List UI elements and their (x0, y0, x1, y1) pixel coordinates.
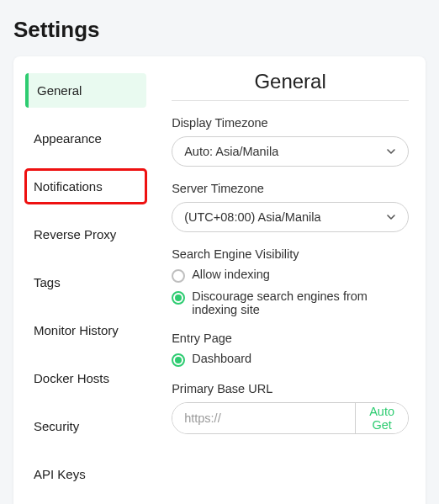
search-visibility-block: Search Engine Visibility Allow indexing … (172, 247, 409, 316)
display-timezone-value: Auto: Asia/Manila (184, 145, 278, 158)
chevron-down-icon (386, 146, 396, 157)
server-timezone-value: (UTC+08:00) Asia/Manila (184, 210, 320, 224)
sidebar-item-api-keys[interactable]: API Keys (25, 457, 146, 491)
sidebar-item-label: Notifications (34, 179, 103, 194)
section-title: General (172, 70, 409, 101)
sidebar-item-notifications[interactable]: Notifications (25, 169, 146, 204)
sidebar-item-monitor-history[interactable]: Monitor History (25, 313, 146, 347)
primary-base-url-input[interactable] (172, 403, 355, 433)
server-timezone-block: Server Timezone (UTC+08:00) Asia/Manila (172, 182, 409, 232)
radio-label: Dashboard (192, 352, 251, 365)
sidebar-item-label: Tags (34, 275, 61, 289)
sidebar-item-tags[interactable]: Tags (25, 265, 146, 300)
sidebar-item-label: Appearance (34, 131, 102, 146)
radio-label: Discourage search engines from indexing … (192, 289, 409, 316)
primary-base-url-block: Primary Base URL Auto Get (172, 382, 409, 434)
sidebar-item-docker-hosts[interactable]: Docker Hosts (25, 361, 146, 395)
sidebar-item-label: Monitor History (34, 323, 119, 337)
sidebar-item-label: General (37, 83, 82, 98)
radio-allow-indexing[interactable]: Allow indexing (172, 268, 409, 283)
entry-page-block: Entry Page Dashboard (172, 332, 409, 367)
radio-icon (172, 269, 185, 283)
radio-label: Allow indexing (192, 268, 270, 281)
settings-card: General Appearance Notifications Reverse… (13, 56, 426, 504)
server-timezone-select[interactable]: (UTC+08:00) Asia/Manila (172, 202, 409, 232)
radio-icon (172, 353, 185, 367)
primary-base-url-label: Primary Base URL (172, 382, 409, 395)
search-visibility-label: Search Engine Visibility (172, 247, 409, 261)
sidebar-item-label: API Keys (34, 467, 86, 481)
sidebar-item-security[interactable]: Security (25, 409, 146, 443)
primary-base-url-group: Auto Get (172, 402, 409, 434)
chevron-down-icon (386, 212, 396, 222)
display-timezone-block: Display Timezone Auto: Asia/Manila (172, 116, 409, 167)
sidebar-item-general[interactable]: General (25, 73, 146, 108)
sidebar-item-reverse-proxy[interactable]: Reverse Proxy (25, 217, 146, 252)
auto-get-button[interactable]: Auto Get (355, 403, 408, 433)
radio-icon (172, 291, 185, 305)
radio-entry-dashboard[interactable]: Dashboard (172, 352, 409, 367)
sidebar-item-label: Docker Hosts (34, 371, 109, 385)
server-timezone-label: Server Timezone (172, 182, 409, 195)
display-timezone-select[interactable]: Auto: Asia/Manila (172, 136, 409, 167)
sidebar-item-appearance[interactable]: Appearance (25, 121, 146, 156)
sidebar-item-label: Reverse Proxy (34, 227, 116, 241)
display-timezone-label: Display Timezone (172, 116, 409, 130)
radio-discourage-indexing[interactable]: Discourage search engines from indexing … (172, 289, 409, 316)
entry-page-label: Entry Page (172, 332, 409, 345)
sidebar-item-label: Security (34, 419, 79, 433)
page-title: Settings (13, 17, 426, 43)
main-panel: General Display Timezone Auto: Asia/Mani… (155, 70, 426, 504)
sidebar: General Appearance Notifications Reverse… (13, 70, 155, 504)
